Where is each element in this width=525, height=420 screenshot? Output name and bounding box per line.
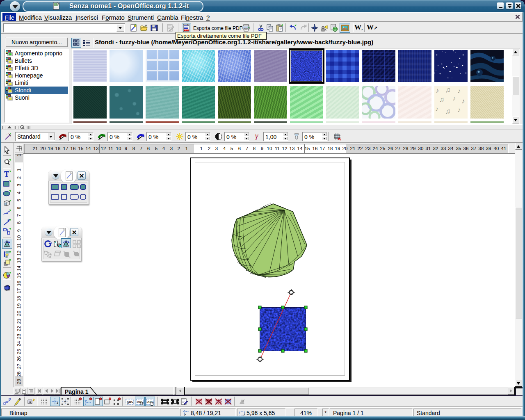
svg-text:XYZ: XYZ [216,402,221,405]
svg-text:ABC: ABC [216,399,222,402]
svg-text:ABC: ABC [127,400,134,404]
